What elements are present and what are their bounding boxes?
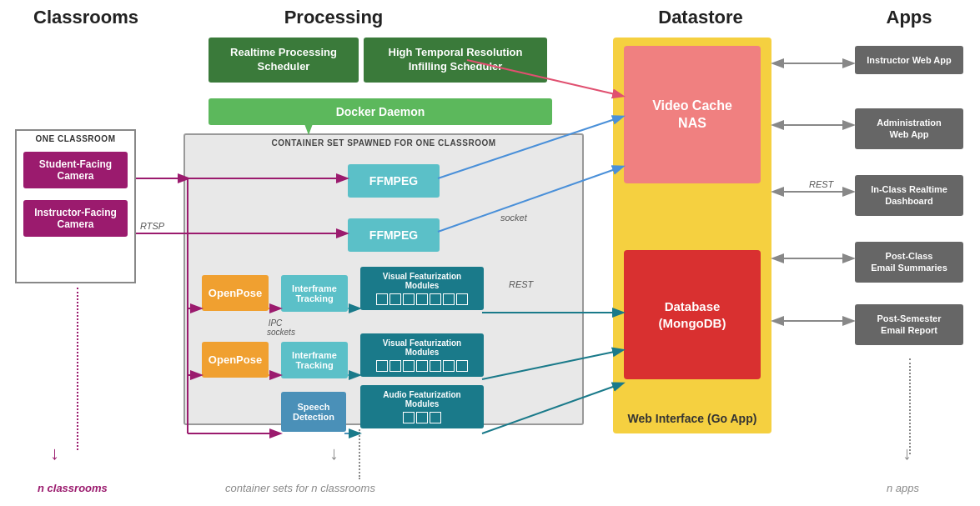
app1-box: Instructor Web App — [855, 46, 963, 74]
visual-feat1-box: Visual FeaturizationModules — [360, 267, 484, 310]
audio-feat-label: Audio FeaturizationModules — [364, 390, 480, 408]
visual-feat2-box: Visual FeaturizationModules — [360, 333, 484, 377]
processing-header: Processing — [250, 7, 417, 28]
visual-feat1-squares — [364, 293, 480, 305]
n-apps-label: n apps — [887, 482, 919, 494]
speech-detection-box: SpeechDetection — [281, 392, 346, 432]
realtime-scheduler-box: Realtime ProcessingScheduler — [209, 38, 359, 83]
htr-scheduler-box: High Temporal ResolutionInfilling Schedu… — [364, 38, 547, 83]
app5-box: Post-SemesterEmail Report — [855, 304, 963, 345]
openpose1-box: OpenPose — [202, 275, 269, 311]
interframe2-box: InterframeTracking — [281, 342, 348, 378]
container-sets-label: container sets for n classrooms — [225, 482, 375, 494]
container-set-label: CONTAINER SET SPAWNED FOR ONE CLASSROOM — [185, 135, 582, 151]
app3-box: In-Class RealtimeDashboard — [855, 175, 963, 216]
apps-header: Apps — [851, 7, 967, 28]
visual-feat2-label: Visual FeaturizationModules — [364, 338, 480, 357]
container-sets-arrow: ↓ — [329, 443, 339, 464]
audio-feat-squares — [364, 412, 480, 423]
video-cache-label: Video CacheNAS — [652, 98, 732, 133]
classroom-box: ONE CLASSROOM Student-FacingCamera Instr… — [15, 129, 136, 283]
apps-dotted-line — [909, 358, 911, 454]
audio-feat-box: Audio FeaturizationModules — [360, 385, 484, 428]
n-apps-arrow: ↓ — [902, 443, 912, 464]
rtsp-label: RTSP — [140, 221, 164, 231]
video-cache-box: Video CacheNAS — [624, 46, 761, 183]
visual-feat1-label: Visual FeaturizationModules — [364, 272, 480, 290]
ffmpeg1-box: FFMPEG — [348, 164, 440, 198]
datastore-header: Datastore — [630, 7, 771, 28]
classrooms-header: Classrooms — [15, 7, 157, 28]
rest-label: REST — [509, 279, 533, 289]
docker-daemon-box: Docker Daemon — [209, 98, 552, 125]
web-interface-label: Web Interface (Go App) — [613, 412, 771, 425]
student-camera-box: Student-FacingCamera — [23, 152, 128, 188]
socket-label: socket — [500, 213, 527, 223]
processing-dotted-line — [359, 429, 360, 479]
ipc-label: IPCsockets — [267, 318, 284, 337]
app2-box: AdministrationWeb App — [855, 108, 963, 149]
app4-box: Post-ClassEmail Summaries — [855, 242, 963, 283]
classroom-dotted-line — [77, 288, 78, 450]
n-classrooms-arrow: ↓ — [50, 443, 59, 464]
database-box: Database(MongoDB) — [624, 250, 761, 379]
rest-apps-label: REST — [809, 179, 833, 189]
ffmpeg2-box: FFMPEG — [348, 218, 440, 252]
visual-feat2-squares — [364, 360, 480, 372]
openpose2-box: OpenPose — [202, 342, 269, 378]
classroom-label: ONE CLASSROOM — [17, 131, 134, 147]
scheduler-row: Realtime ProcessingScheduler High Tempor… — [209, 38, 547, 83]
n-classrooms-label: n classrooms — [38, 482, 108, 494]
interframe1-box: InterframeTracking — [281, 275, 348, 312]
database-label: Database(MongoDB) — [659, 298, 726, 331]
instructor-camera-box: Instructor-FacingCamera — [23, 200, 128, 237]
